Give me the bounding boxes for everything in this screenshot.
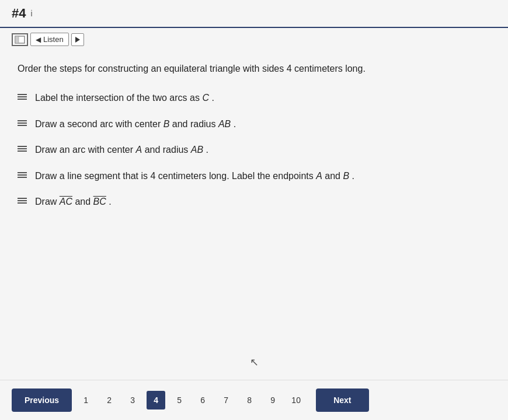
drag-handle-2[interactable]	[18, 120, 27, 126]
label-a: A	[136, 145, 142, 155]
step-item[interactable]: Draw a line segment that is 4 centimeter…	[18, 170, 490, 183]
play-button[interactable]	[71, 33, 84, 46]
drag-handle-3[interactable]	[18, 146, 27, 152]
label-b: B	[163, 119, 170, 129]
previous-button[interactable]: Previous	[12, 388, 72, 412]
page-container: #4 i ◀ Listen Order the steps for constr…	[0, 0, 508, 420]
page-4[interactable]: 4	[147, 391, 165, 410]
label-ab-1: AB	[218, 119, 231, 129]
info-icon: i	[30, 9, 32, 18]
step-item[interactable]: Draw an arc with center A and radius AB …	[18, 144, 490, 156]
drag-handle-4[interactable]	[18, 172, 27, 178]
step-item[interactable]: Draw AC and BC .	[18, 195, 490, 208]
page-9[interactable]: 9	[263, 391, 282, 410]
page-7[interactable]: 7	[217, 391, 235, 410]
speaker-icon: ◀	[36, 36, 41, 44]
svg-rect-1	[15, 36, 19, 43]
cursor-area: ↖	[0, 345, 508, 380]
page-5[interactable]: 5	[170, 391, 189, 410]
label-ab-2: AB	[191, 145, 203, 155]
label-ac: AC	[60, 197, 72, 206]
image-icon	[15, 36, 25, 44]
step-text-3: Draw an arc with center A and radius AB …	[35, 144, 208, 156]
step-text-4: Draw a line segment that is 4 centimeter…	[35, 170, 354, 183]
next-button[interactable]: Next	[316, 388, 368, 412]
step-text-2: Draw a second arc with center B and radi…	[35, 118, 236, 131]
listen-icon-box	[12, 33, 28, 46]
step-text-5: Draw AC and BC .	[35, 195, 112, 208]
listen-label: Listen	[43, 35, 64, 44]
label-a2: A	[316, 171, 322, 181]
listen-bar: ◀ Listen	[0, 28, 508, 51]
pagination-bar: Previous 1 2 3 4 5 6 7 8 9 10 Next	[0, 380, 508, 420]
page-3[interactable]: 3	[123, 391, 142, 410]
step-item[interactable]: Label the intersection of the two arcs a…	[18, 92, 490, 104]
label-c: C	[202, 93, 209, 103]
page-10[interactable]: 10	[287, 391, 305, 410]
page-8[interactable]: 8	[240, 391, 259, 410]
drag-handle-5[interactable]	[18, 198, 27, 204]
page-6[interactable]: 6	[193, 391, 212, 410]
question-number: #4	[12, 6, 26, 21]
steps-list: Label the intersection of the two arcs a…	[18, 92, 490, 208]
drag-handle-1[interactable]	[18, 94, 27, 100]
main-content: Order the steps for constructing an equi…	[0, 51, 508, 345]
page-1[interactable]: 1	[76, 391, 95, 410]
cursor-icon: ↖	[250, 356, 259, 369]
header-bar: #4 i	[0, 0, 508, 28]
label-b2: B	[343, 171, 349, 181]
step-text-1: Label the intersection of the two arcs a…	[35, 92, 214, 104]
label-bc: BC	[93, 197, 106, 206]
step-item[interactable]: Draw a second arc with center B and radi…	[18, 118, 490, 131]
page-2[interactable]: 2	[100, 391, 119, 410]
listen-button[interactable]: ◀ Listen	[30, 33, 69, 46]
question-text: Order the steps for constructing an equi…	[18, 62, 490, 75]
